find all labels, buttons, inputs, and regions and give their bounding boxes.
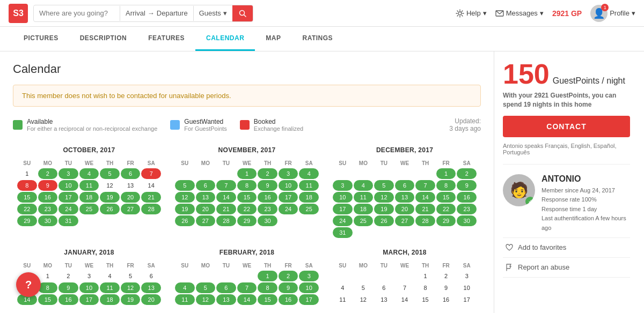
search-button[interactable] [232,5,253,21]
cal-day: 20 [395,204,415,214]
updated-text: Updated:3 days ago [449,117,481,132]
price-block: 150 GuestPoints / night [503,60,630,88]
cal-day: 28 [216,215,236,226]
sub-nav-item-pictures[interactable]: PICTURES [13,27,69,51]
cal-day: 18 [79,192,99,203]
cal-day: 17 [79,294,99,305]
cal-day: 4 [79,168,99,179]
cal-day: 12 [196,294,216,305]
cal-day: 4 [299,168,319,179]
cal-day: 7 [237,282,257,293]
cal-day: 30 [258,215,277,226]
cal-header: TH [100,262,120,270]
sub-nav-item-calendar[interactable]: CALENDAR [195,27,255,51]
cal-day: 4 [175,282,195,293]
cal-day: 5 [196,282,216,293]
sub-nav-item-features[interactable]: FEATURES [137,27,195,51]
cal-day: 24 [279,204,298,214]
legend-sub-green: For either a reciprocal or non-reciproca… [27,125,157,132]
cal-day: 18 [100,294,120,305]
cal-day: 3 [279,168,298,179]
sub-nav-item-map[interactable]: MAP [255,27,291,51]
cal-header: TH [258,262,277,270]
cal-grid-2: SUMOTUWETHFRSA12345678910111213141516171… [333,159,477,238]
cal-day: 20 [121,192,141,203]
host-meta: Member since Aug 24, 2017 Response rate … [541,186,630,233]
cal-day: 14 [395,294,415,305]
month-calendar-5: MARCH, 2018SUMOTUWETHFRSA123456789101112… [328,243,481,310]
cal-day: 1 [237,168,257,179]
cal-day: 31 [333,227,353,238]
cal-header: MO [196,159,216,167]
messages-nav[interactable]: Messages ▾ [495,9,544,17]
cal-day: 22 [237,204,257,214]
cal-day: 12 [175,192,195,203]
cal-day: 19 [175,204,195,214]
cal-header: FR [436,262,456,270]
cal-day: 26 [100,204,120,214]
arrival-departure[interactable]: Arrival → Departure [120,6,193,20]
sub-nav-item-ratings[interactable]: RATINGS [292,27,344,51]
cal-header: MO [38,262,58,270]
cal-day: 2 [279,271,298,281]
messages-chevron-icon: ▾ [540,9,544,17]
cal-header: WE [237,159,257,167]
cal-day: 16 [38,192,58,203]
cal-day: 6 [395,180,415,191]
cal-day: 13 [216,294,236,305]
cal-day: 10 [299,282,319,293]
cal-day: 12 [100,180,120,191]
month-calendar-1: NOVEMBER, 2017SUMOTUWETHFRSA123456789101… [171,141,323,243]
cal-day: 3 [299,271,319,281]
price-number: 150 [503,60,550,88]
cal-day: 25 [354,215,374,226]
cal-day: 30 [38,215,58,226]
add-favorites-button[interactable]: Add to favorites [503,237,630,257]
cal-empty [175,168,195,179]
cal-header: FR [279,262,298,270]
page-title: Calendar [13,62,481,76]
cal-header: SA [141,262,161,270]
flag-icon [505,263,514,272]
month-calendar-4: FEBRUARY, 2018SUMOTUWETHFRSA123456789101… [171,243,323,310]
cal-day: 17 [279,192,298,203]
cal-day: 3 [333,180,353,191]
cal-day: 1 [436,168,456,179]
cal-day: 7 [395,282,415,293]
cal-empty [374,271,394,281]
search-input[interactable] [34,6,120,20]
cal-day: 8 [436,180,456,191]
legend-dot-green [13,120,23,130]
cal-day: 29 [237,215,257,226]
cal-day: 10 [333,192,353,203]
contact-button[interactable]: CONTACT [503,116,630,137]
cal-day: 11 [299,180,319,191]
month-title-0: OCTOBER, 2017 [17,146,161,154]
cal-empty [354,271,374,281]
cal-day: 11 [354,192,374,203]
cal-header: TH [100,159,120,167]
guests-button[interactable]: Guests ▾ [194,6,232,20]
cal-day: 10 [58,180,78,191]
calendar-content: Calendar This member does not wish to be… [0,51,494,313]
cal-header: FR [279,159,298,167]
report-abuse-button[interactable]: Report an abuse [503,257,630,278]
profile-nav[interactable]: 👤 1 Profile ▾ [590,5,635,22]
sub-nav: PICTURESDESCRIPTIONFEATURESCALENDARMAPRA… [0,27,644,51]
cal-header: SU [17,159,37,167]
help-nav[interactable]: Help ▾ [456,9,487,18]
guestpoints-nav[interactable]: 2921 GP [552,9,582,18]
cal-empty [374,168,394,179]
gear-icon [456,9,464,18]
sub-nav-item-description[interactable]: DESCRIPTION [69,27,138,51]
help-float-button[interactable]: ? [16,272,41,297]
cal-header: TH [415,159,435,167]
month-calendar-0: OCTOBER, 2017SUMOTUWETHFRSA1234567891011… [13,141,165,243]
cal-day: 23 [258,204,277,214]
cal-day: 7 [415,180,435,191]
cal-day: 28 [141,204,161,214]
cal-day: 16 [436,294,456,305]
cal-day: 19 [100,192,120,203]
cal-header: MO [354,159,374,167]
cal-day: 28 [415,215,435,226]
